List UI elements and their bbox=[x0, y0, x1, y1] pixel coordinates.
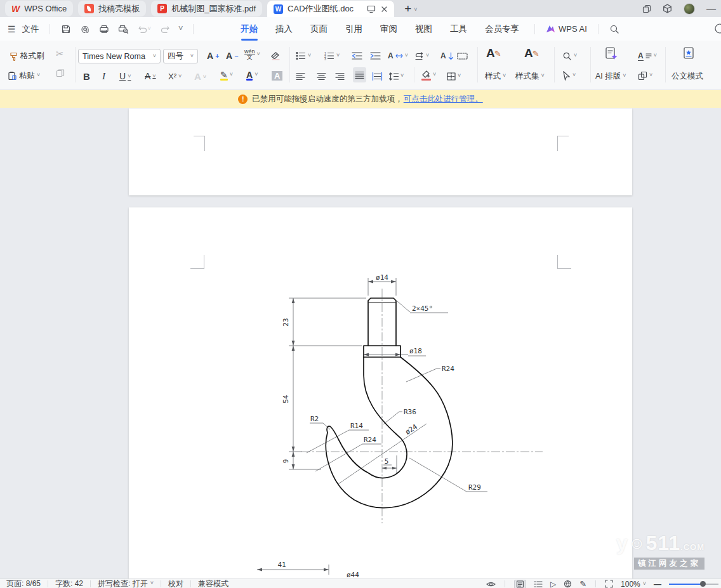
documents-stack-icon[interactable] bbox=[642, 4, 651, 13]
main-menu-icon[interactable]: ☰ bbox=[8, 24, 16, 34]
pinyin-guide-button[interactable]: wén文 bbox=[244, 47, 260, 62]
menu-reference[interactable]: 引用 bbox=[341, 23, 366, 35]
redo-button[interactable] bbox=[160, 24, 170, 34]
numbered-list-button[interactable]: 123 bbox=[324, 48, 340, 63]
outline-view-icon[interactable] bbox=[534, 580, 543, 588]
borders-button[interactable] bbox=[447, 69, 461, 84]
theme-skin-icon[interactable] bbox=[714, 23, 721, 36]
print-preview-button[interactable] bbox=[118, 24, 129, 34]
zoom-out-button[interactable]: — bbox=[654, 580, 661, 588]
share-to-screen-icon[interactable] bbox=[367, 4, 376, 13]
minimize-button[interactable]: — bbox=[706, 3, 716, 14]
align-left-button[interactable] bbox=[296, 69, 305, 84]
wps-ai-button[interactable]: WPS AI bbox=[546, 24, 587, 34]
cursor-icon bbox=[562, 71, 571, 81]
dim-5: 5 bbox=[385, 457, 389, 466]
spellcheck-status[interactable]: 拼写检查: 打开 bbox=[98, 578, 148, 588]
justify-button-selected[interactable] bbox=[353, 67, 366, 82]
undo-button[interactable] bbox=[138, 24, 151, 34]
increase-font-button[interactable]: A+ bbox=[207, 48, 219, 63]
reading-mode-icon[interactable] bbox=[486, 580, 496, 588]
decrease-indent-button[interactable] bbox=[352, 48, 362, 63]
style-set-button[interactable]: 样式集 bbox=[515, 69, 545, 84]
line-spacing-button[interactable] bbox=[388, 69, 404, 84]
arrange-objects-button[interactable] bbox=[638, 68, 652, 83]
paste-button[interactable]: 粘贴 bbox=[8, 68, 40, 83]
cut-icon[interactable]: ✂ bbox=[56, 48, 64, 60]
page-view-button-selected[interactable] bbox=[514, 580, 526, 588]
doc-mode-button[interactable]: 公文模式 bbox=[671, 69, 703, 84]
document-area[interactable]: ø14 2×45° 23 ø18 R24 54 R36 R2 R14 R24 ø… bbox=[0, 108, 721, 578]
menu-tools[interactable]: 工具 bbox=[446, 23, 471, 35]
decrease-font-button[interactable]: A− bbox=[226, 48, 238, 63]
font-size-combobox[interactable]: 四号 bbox=[163, 49, 198, 63]
zoom-slider[interactable] bbox=[669, 584, 718, 585]
font-name-combobox[interactable]: Times New Roma bbox=[78, 49, 161, 63]
dim-r2: R2 bbox=[310, 415, 319, 423]
increase-indent-button[interactable] bbox=[370, 48, 381, 63]
ink-pen-icon[interactable]: ✎ bbox=[579, 579, 586, 588]
font-color-button[interactable]: A bbox=[246, 67, 258, 82]
text-tool-button[interactable]: A bbox=[638, 48, 657, 63]
text-effects-button[interactable]: A bbox=[194, 69, 206, 84]
document-page-2[interactable]: ø14 2×45° 23 ø18 R24 54 R36 R2 R14 R24 ø… bbox=[129, 207, 632, 578]
close-tab-icon[interactable] bbox=[381, 6, 388, 13]
proofread-button[interactable]: 校对 bbox=[168, 578, 183, 588]
find-replace-button[interactable] bbox=[562, 48, 577, 63]
save-button[interactable] bbox=[61, 24, 71, 34]
ai-layout-button[interactable]: AI 排版 bbox=[595, 69, 626, 84]
tab-template-store[interactable]: 找稿壳模板 bbox=[78, 1, 146, 16]
strikethrough-button[interactable]: A bbox=[145, 69, 156, 84]
web-layout-icon[interactable] bbox=[564, 580, 572, 588]
menu-view[interactable]: 视图 bbox=[411, 23, 436, 35]
bold-button[interactable]: B bbox=[83, 69, 90, 84]
svg-text:3: 3 bbox=[324, 57, 326, 60]
align-right-button[interactable] bbox=[335, 69, 345, 84]
menu-member[interactable]: 会员专享 bbox=[481, 23, 523, 35]
word-count[interactable]: 字数: 42 bbox=[55, 578, 83, 588]
zoom-slider-handle[interactable] bbox=[700, 581, 706, 587]
search-button[interactable] bbox=[609, 24, 619, 34]
dim-23: 23 bbox=[282, 318, 290, 326]
workspace-cube-icon[interactable] bbox=[663, 4, 672, 13]
tab-wps-office[interactable]: W WPS Office bbox=[5, 1, 73, 16]
char-scale-button[interactable]: A bbox=[388, 48, 408, 63]
text-direction-button[interactable] bbox=[414, 48, 429, 63]
notice-manage-link[interactable]: 可点击此处进行管理。 bbox=[404, 94, 483, 105]
zoom-level[interactable]: 100% bbox=[621, 580, 640, 588]
export-pdf-button[interactable] bbox=[80, 24, 90, 34]
tab-pdf-document[interactable]: P 机械制图_国家标准.pdf bbox=[151, 1, 262, 16]
char-shading-button[interactable]: A bbox=[272, 68, 282, 83]
superscript-button[interactable]: X² bbox=[168, 69, 182, 84]
menu-insert[interactable]: 插入 bbox=[272, 23, 296, 35]
show-marks-button[interactable] bbox=[457, 48, 468, 63]
copy-icon[interactable] bbox=[56, 69, 65, 79]
distribute-button[interactable] bbox=[372, 69, 383, 84]
tab-cad-doc-active[interactable]: W CAD作业图纸.doc bbox=[267, 1, 394, 17]
new-tab-button[interactable]: + bbox=[404, 2, 411, 16]
format-painter-button[interactable]: 格式刷 bbox=[9, 48, 44, 63]
menu-page[interactable]: 页面 bbox=[307, 23, 331, 35]
highlight-color-button[interactable]: ✎ bbox=[220, 67, 233, 82]
styles-button[interactable]: 样式 bbox=[485, 69, 506, 84]
fit-page-icon[interactable] bbox=[605, 580, 613, 588]
menu-file[interactable]: 文件 bbox=[18, 23, 43, 35]
bullet-list-button[interactable] bbox=[296, 48, 311, 63]
print-button[interactable] bbox=[99, 24, 109, 34]
select-button[interactable] bbox=[562, 68, 576, 83]
underline-button[interactable]: U bbox=[119, 69, 131, 84]
user-avatar[interactable] bbox=[684, 3, 695, 15]
dim-41: 41 bbox=[277, 561, 286, 569]
new-tab-dropdown-icon[interactable] bbox=[414, 2, 417, 16]
tab-label: WPS Office bbox=[24, 4, 67, 13]
document-page-1[interactable] bbox=[129, 108, 632, 195]
align-center-button[interactable] bbox=[317, 69, 326, 84]
menu-review[interactable]: 审阅 bbox=[376, 23, 401, 35]
menu-home[interactable]: 开始 bbox=[237, 23, 261, 35]
sort-button[interactable]: A bbox=[440, 48, 454, 63]
quick-access-dropdown-icon[interactable] bbox=[179, 24, 182, 34]
italic-button[interactable]: I bbox=[102, 69, 105, 84]
clear-format-button[interactable] bbox=[270, 48, 281, 63]
play-presentation-icon[interactable]: ▷ bbox=[550, 580, 556, 588]
shading-button[interactable] bbox=[421, 67, 436, 82]
